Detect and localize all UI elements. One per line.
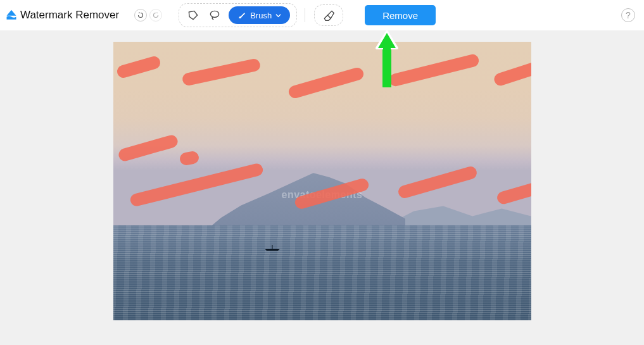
selection-tools-group: Brush: [179, 3, 297, 27]
help-icon: ?: [626, 10, 631, 20]
eraser-tool-button[interactable]: [321, 8, 336, 23]
remove-button[interactable]: Remove: [365, 5, 436, 25]
logo-block: Watermark Remover: [5, 8, 119, 22]
lasso-tool-button[interactable]: [207, 8, 222, 23]
sea-layer: [113, 225, 531, 320]
toolbar: Watermark Remover Brush Remove ?: [0, 0, 644, 30]
toolbar-divider: [305, 8, 305, 22]
eraser-group: [314, 4, 343, 26]
boat: [263, 242, 281, 246]
polygon-tool-button[interactable]: [186, 8, 201, 23]
undo-button[interactable]: [134, 9, 147, 22]
help-button[interactable]: ?: [621, 8, 635, 22]
svg-point-0: [211, 11, 219, 17]
app-title: Watermark Remover: [20, 9, 119, 22]
brush-tool-button[interactable]: Brush: [229, 6, 290, 24]
app-logo-icon: [5, 8, 18, 22]
redo-button[interactable]: [149, 9, 162, 22]
history-group: [134, 9, 162, 22]
canvas-area: envatoelements: [0, 30, 644, 320]
image-stage[interactable]: envatoelements: [113, 42, 531, 320]
chevron-down-icon: [275, 13, 281, 18]
brush-label: Brush: [250, 11, 272, 20]
